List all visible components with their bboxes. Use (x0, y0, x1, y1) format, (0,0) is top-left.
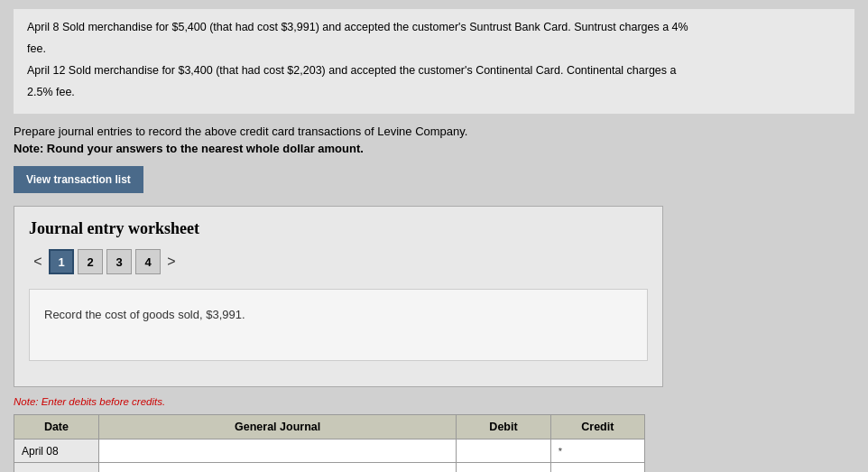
debit-input-2[interactable] (464, 468, 542, 473)
problem-line2: April 12 Sold merchandise for $3,400 (th… (27, 61, 841, 79)
debit-header: Debit (457, 415, 550, 440)
record-instruction-text: Record the cost of goods sold, $3,991. (44, 308, 245, 321)
date-header: Date (14, 415, 99, 440)
credit-input-2[interactable] (559, 468, 637, 473)
journal-input-1[interactable] (106, 445, 448, 458)
prev-arrow-button[interactable]: < (29, 253, 47, 271)
credit-input-cell-2[interactable] (550, 463, 644, 473)
problem-line2b: 2.5% fee. (27, 83, 841, 101)
star-marker-1: * (559, 446, 562, 457)
credit-input-cell-1[interactable]: * (550, 440, 644, 463)
note-credits-text: Note: Enter debits before credits. (14, 396, 663, 407)
table-row (14, 463, 645, 473)
journal-input-cell-1[interactable] (98, 440, 456, 463)
worksheet-title: Journal entry worksheet (29, 219, 648, 238)
next-arrow-button[interactable]: > (162, 253, 180, 271)
tab-navigation: < 1 2 3 4 > (29, 249, 648, 274)
note-text: Note: Round your answers to the nearest … (14, 142, 854, 155)
date-cell-2 (14, 463, 99, 473)
problem-line1: April 8 Sold merchandise for $5,400 (tha… (27, 18, 841, 36)
tab-1-button[interactable]: 1 (49, 249, 74, 274)
tab-2-button[interactable]: 2 (78, 249, 103, 274)
debit-input-cell-1[interactable] (457, 440, 550, 463)
instruction-text: Prepare journal entries to record the ab… (14, 125, 854, 138)
tab-3-button[interactable]: 3 (106, 249, 132, 274)
journal-input-2[interactable] (106, 468, 448, 473)
worksheet-container: Journal entry worksheet < 1 2 3 4 > Reco… (14, 206, 663, 387)
credit-input-1[interactable] (565, 445, 628, 458)
journal-input-cell-2[interactable] (98, 463, 456, 473)
general-journal-header: General Journal (98, 415, 456, 440)
tab-4-button[interactable]: 4 (135, 249, 161, 274)
view-transactions-button[interactable]: View transaction list (14, 166, 143, 193)
table-row: April 08 * (14, 440, 645, 463)
table-section: Note: Enter debits before credits. Date … (14, 396, 663, 472)
record-instruction-box: Record the cost of goods sold, $3,991. (29, 289, 648, 361)
problem-text: April 8 Sold merchandise for $5,400 (tha… (14, 9, 854, 114)
credit-header: Credit (550, 415, 644, 440)
debit-input-cell-2[interactable] (457, 463, 550, 473)
problem-line1b: fee. (27, 40, 841, 58)
debit-input-1[interactable] (464, 445, 542, 458)
date-cell-1: April 08 (14, 440, 99, 463)
journal-table: Date General Journal Debit Credit April … (14, 414, 645, 472)
